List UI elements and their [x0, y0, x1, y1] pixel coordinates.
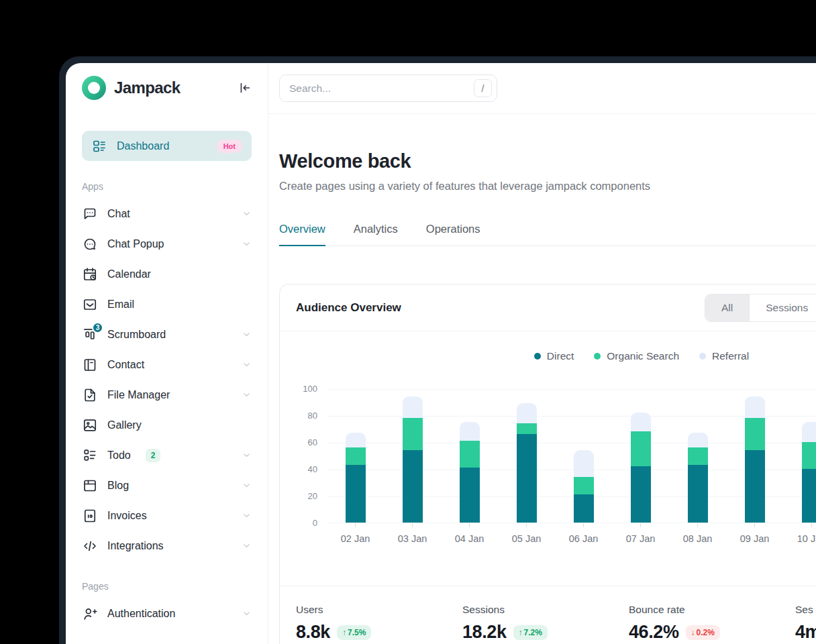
legend-item-organic-search[interactable]: Organic Search [594, 350, 679, 362]
x-axis-label: 07 Jan [612, 533, 669, 544]
authentication-icon [82, 606, 98, 622]
tick-slot [384, 523, 441, 527]
jampack-logo-icon [82, 76, 106, 100]
bar-segment-referral [631, 413, 651, 431]
bar-02-jan[interactable] [346, 433, 366, 523]
bar-09-jan[interactable] [745, 396, 765, 523]
sidebar-item-chat-popup[interactable]: Chat Popup [82, 229, 252, 259]
sidebar-item-label: Authentication [107, 608, 175, 620]
app-frame: Jampack DashboardHotAppsChatChat PopupCa… [59, 56, 816, 644]
chevron-down-icon [242, 608, 252, 619]
arrow-up-icon: ↑ [519, 628, 523, 637]
tick-slot [555, 523, 612, 527]
dashboard-icon [91, 138, 107, 154]
audience-overview-card: Audience Overview AllSessions DirectOrga… [279, 284, 816, 644]
tab-overview[interactable]: Overview [279, 223, 325, 246]
sidebar-item-email[interactable]: Email [82, 289, 252, 319]
bars [327, 388, 816, 523]
sidebar-item-scrumboard[interactable]: 3Scrumboard [82, 319, 252, 350]
bar-segment-referral [745, 396, 765, 418]
sidebar-item-label: Dashboard [117, 140, 169, 152]
sidebar-section-label: Apps [82, 181, 252, 192]
sidebar: Jampack DashboardHotAppsChatChat PopupCa… [66, 63, 268, 644]
sidebar-item-label: Invoices [107, 510, 147, 522]
sidebar-item-label: Integrations [107, 540, 164, 552]
stat-delta-badge: ↑ 7.2% [513, 625, 548, 640]
arrow-down-icon: ↓ [691, 628, 695, 637]
page-title: Welcome back [279, 150, 816, 172]
tick-slot [669, 523, 726, 527]
sidebar-item-file-manager[interactable]: File Manager [82, 380, 252, 410]
tick-slot [498, 523, 555, 527]
x-axis-labels: 02 Jan03 Jan04 Jan05 Jan06 Jan07 Jan08 J… [327, 533, 816, 544]
bar-segment-referral [517, 403, 537, 423]
bar-slot [441, 388, 498, 523]
sidebar-item-invoices[interactable]: Invoices [82, 500, 252, 531]
main-area: / Welcome back Create pages using a vari… [268, 63, 816, 644]
sidebar-item-contact[interactable]: Contact [82, 350, 252, 380]
bar-10-jan[interactable] [802, 422, 816, 523]
sidebar-item-dashboard[interactable]: DashboardHot [82, 131, 252, 161]
segment-sessions[interactable]: Sessions [749, 294, 816, 321]
chevron-down-icon [242, 480, 252, 490]
x-axis-tick [697, 523, 698, 527]
app-window: Jampack DashboardHotAppsChatChat PopupCa… [66, 63, 816, 644]
y-axis-label: 0 [313, 518, 317, 528]
tab-bar: OverviewAnalyticsOperations [279, 223, 816, 246]
x-axis-ticks [327, 523, 816, 527]
x-axis-tick [355, 523, 356, 527]
bar-segment-organic-search [460, 441, 480, 468]
stat-users: Users8.8k↑ 7.5% [296, 604, 462, 643]
app-title: Jampack [114, 78, 181, 97]
integrations-icon [82, 538, 98, 554]
stat-label: Users [296, 604, 462, 616]
todo-icon [82, 447, 98, 464]
y-axis: 020406080100 [296, 389, 327, 523]
bar-segment-direct [631, 466, 651, 523]
sidebar-item-calendar[interactable]: Calendar [82, 259, 252, 289]
bar-segment-referral [460, 422, 480, 441]
sidebar-item-blog[interactable]: Blog [82, 470, 252, 500]
legend-dot [594, 353, 601, 360]
legend-item-direct[interactable]: Direct [534, 350, 574, 362]
gallery-icon [82, 417, 98, 433]
stat-label: Bounce rate [629, 604, 795, 616]
sidebar-item-chat[interactable]: Chat [82, 199, 252, 229]
bar-04-jan[interactable] [460, 422, 480, 523]
chevron-down-icon [242, 541, 252, 551]
invoices-icon [82, 508, 98, 524]
bar-06-jan[interactable] [574, 450, 594, 523]
sidebar-item-label: Blog [107, 480, 129, 492]
legend-item-referral[interactable]: Referral [699, 350, 749, 362]
chart-section: DirectOrganic SearchReferral 02040608010… [280, 331, 816, 586]
tab-operations[interactable]: Operations [426, 223, 480, 246]
stat-delta-badge: ↓ 0.2% [686, 625, 720, 640]
page-content: Welcome back Create pages using a variet… [268, 114, 816, 644]
stat-value: 4m [795, 622, 816, 643]
bar-segment-organic-search [346, 447, 366, 465]
bar-05-jan[interactable] [517, 403, 537, 523]
tab-analytics[interactable]: Analytics [354, 223, 398, 246]
search-input[interactable] [289, 83, 474, 95]
sidebar-item-todo[interactable]: Todo2 [82, 440, 252, 470]
bar-08-jan[interactable] [688, 433, 708, 523]
bar-03-jan[interactable] [403, 396, 423, 523]
sidebar-item-authentication[interactable]: Authentication [82, 598, 252, 629]
sidebar-item-label: Todo [107, 449, 131, 462]
tick-slot [612, 523, 669, 527]
bar-segment-organic-search [688, 447, 708, 465]
x-axis-label: 03 Jan [384, 533, 441, 544]
slash-shortcut-badge: / [474, 79, 492, 97]
sidebar-item-integrations[interactable]: Integrations [82, 531, 252, 561]
bar-07-jan[interactable] [631, 413, 651, 523]
tick-slot [783, 523, 816, 527]
sidebar-item-gallery[interactable]: Gallery [82, 410, 252, 440]
x-axis-label: 10 Jan [783, 533, 816, 544]
segment-all[interactable]: All [705, 294, 749, 321]
card-title: Audience Overview [296, 301, 401, 315]
collapse-sidebar-button[interactable] [237, 80, 252, 95]
search-box[interactable]: / [279, 74, 497, 102]
stat-delta-badge: ↑ 7.5% [337, 625, 371, 640]
y-axis-label: 60 [308, 437, 317, 447]
todo-count-badge: 2 [146, 449, 161, 462]
